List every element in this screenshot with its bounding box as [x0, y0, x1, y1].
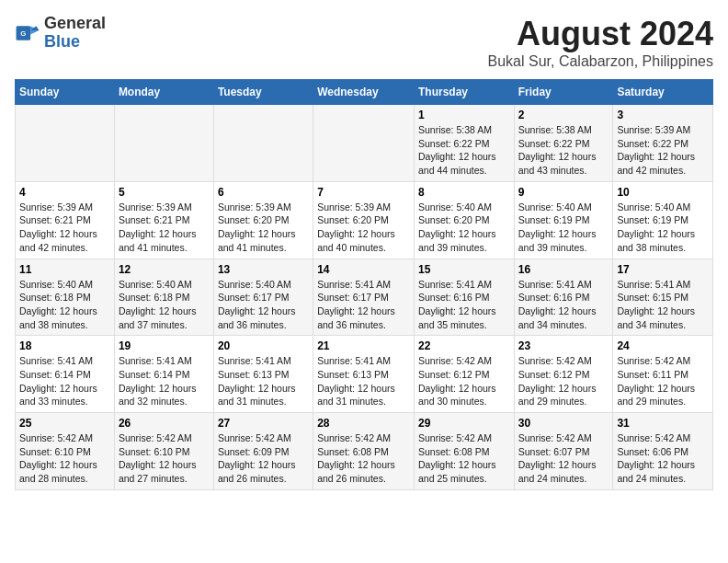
day-number: 28 — [317, 417, 410, 430]
calendar-cell: 25Sunrise: 5:42 AM Sunset: 6:10 PM Dayli… — [16, 413, 115, 490]
day-info: Sunrise: 5:40 AM Sunset: 6:18 PM Dayligh… — [19, 278, 110, 332]
header-row: SundayMondayTuesdayWednesdayThursdayFrid… — [16, 80, 713, 105]
day-number: 16 — [518, 263, 609, 276]
day-number: 6 — [218, 186, 309, 199]
calendar-cell: 2Sunrise: 5:38 AM Sunset: 6:22 PM Daylig… — [514, 105, 613, 182]
calendar-cell: 14Sunrise: 5:41 AM Sunset: 6:17 PM Dayli… — [313, 259, 415, 336]
day-info: Sunrise: 5:40 AM Sunset: 6:17 PM Dayligh… — [218, 278, 309, 332]
day-info: Sunrise: 5:41 AM Sunset: 6:17 PM Dayligh… — [317, 278, 410, 332]
subtitle: Bukal Sur, Calabarzon, Philippines — [488, 53, 713, 70]
calendar-cell: 17Sunrise: 5:41 AM Sunset: 6:15 PM Dayli… — [613, 259, 713, 336]
day-number: 24 — [617, 339, 709, 352]
day-number: 19 — [119, 339, 210, 352]
calendar-cell: 11Sunrise: 5:40 AM Sunset: 6:18 PM Dayli… — [16, 259, 115, 336]
day-info: Sunrise: 5:39 AM Sunset: 6:21 PM Dayligh… — [119, 201, 210, 255]
header-day-tuesday: Tuesday — [213, 80, 313, 105]
day-info: Sunrise: 5:42 AM Sunset: 6:10 PM Dayligh… — [119, 431, 210, 486]
day-number: 25 — [19, 417, 110, 430]
day-number: 15 — [418, 263, 510, 276]
calendar-cell: 31Sunrise: 5:42 AM Sunset: 6:06 PM Dayli… — [613, 413, 713, 490]
day-info: Sunrise: 5:38 AM Sunset: 6:22 PM Dayligh… — [518, 123, 609, 178]
calendar-cell: 29Sunrise: 5:42 AM Sunset: 6:08 PM Dayli… — [414, 413, 514, 490]
calendar-cell — [114, 105, 213, 182]
day-info: Sunrise: 5:42 AM Sunset: 6:10 PM Dayligh… — [19, 431, 110, 486]
calendar-cell: 10Sunrise: 5:40 AM Sunset: 6:19 PM Dayli… — [613, 181, 713, 259]
day-info: Sunrise: 5:40 AM Sunset: 6:19 PM Dayligh… — [518, 201, 609, 255]
day-info: Sunrise: 5:40 AM Sunset: 6:18 PM Dayligh… — [119, 278, 210, 332]
day-number: 17 — [617, 263, 709, 276]
calendar-cell: 4Sunrise: 5:39 AM Sunset: 6:21 PM Daylig… — [16, 181, 115, 259]
day-number: 30 — [518, 417, 609, 430]
day-info: Sunrise: 5:39 AM Sunset: 6:21 PM Dayligh… — [19, 201, 110, 255]
day-info: Sunrise: 5:38 AM Sunset: 6:22 PM Dayligh… — [418, 123, 510, 178]
svg-text:G: G — [20, 29, 26, 38]
logo-blue: Blue — [44, 32, 80, 51]
day-info: Sunrise: 5:39 AM Sunset: 6:20 PM Dayligh… — [218, 201, 309, 255]
calendar-cell — [16, 105, 115, 182]
main-title: August 2024 — [488, 15, 713, 53]
day-info: Sunrise: 5:42 AM Sunset: 6:08 PM Dayligh… — [418, 431, 510, 486]
calendar-cell: 6Sunrise: 5:39 AM Sunset: 6:20 PM Daylig… — [213, 181, 313, 259]
calendar-cell: 23Sunrise: 5:42 AM Sunset: 6:12 PM Dayli… — [514, 336, 613, 413]
day-number: 29 — [418, 417, 510, 430]
day-info: Sunrise: 5:40 AM Sunset: 6:19 PM Dayligh… — [617, 201, 709, 255]
calendar-cell: 18Sunrise: 5:41 AM Sunset: 6:14 PM Dayli… — [16, 336, 115, 413]
header-day-wednesday: Wednesday — [313, 80, 415, 105]
day-info: Sunrise: 5:41 AM Sunset: 6:15 PM Dayligh… — [617, 278, 709, 332]
logo-text: General Blue — [44, 15, 106, 52]
day-number: 23 — [518, 339, 609, 352]
day-number: 11 — [19, 263, 110, 276]
day-number: 14 — [317, 263, 410, 276]
day-info: Sunrise: 5:39 AM Sunset: 6:22 PM Dayligh… — [617, 123, 709, 178]
day-number: 3 — [617, 109, 709, 121]
day-info: Sunrise: 5:42 AM Sunset: 6:08 PM Dayligh… — [317, 431, 410, 486]
header-day-sunday: Sunday — [16, 80, 115, 105]
header-day-thursday: Thursday — [414, 80, 514, 105]
day-info: Sunrise: 5:41 AM Sunset: 6:14 PM Dayligh… — [119, 354, 210, 408]
calendar-cell: 24Sunrise: 5:42 AM Sunset: 6:11 PM Dayli… — [613, 336, 713, 413]
day-number: 27 — [218, 417, 309, 430]
day-info: Sunrise: 5:41 AM Sunset: 6:14 PM Dayligh… — [19, 354, 110, 408]
day-number: 18 — [19, 339, 110, 352]
page-header: G General Blue August 2024 Bukal Sur, Ca… — [15, 15, 713, 70]
day-info: Sunrise: 5:42 AM Sunset: 6:06 PM Dayligh… — [617, 431, 709, 486]
calendar-cell — [313, 105, 415, 182]
day-number: 1 — [418, 109, 510, 121]
calendar-cell: 15Sunrise: 5:41 AM Sunset: 6:16 PM Dayli… — [414, 259, 514, 336]
day-number: 21 — [317, 339, 410, 352]
calendar-table: SundayMondayTuesdayWednesdayThursdayFrid… — [15, 79, 713, 490]
day-number: 9 — [518, 186, 609, 199]
day-info: Sunrise: 5:42 AM Sunset: 6:09 PM Dayligh… — [218, 431, 309, 486]
day-info: Sunrise: 5:42 AM Sunset: 6:11 PM Dayligh… — [617, 354, 709, 408]
day-info: Sunrise: 5:40 AM Sunset: 6:20 PM Dayligh… — [418, 201, 510, 255]
day-number: 31 — [617, 417, 709, 430]
day-number: 5 — [119, 186, 210, 199]
calendar-cell: 21Sunrise: 5:41 AM Sunset: 6:13 PM Dayli… — [313, 336, 415, 413]
calendar-cell: 1Sunrise: 5:38 AM Sunset: 6:22 PM Daylig… — [414, 105, 514, 182]
calendar-cell: 19Sunrise: 5:41 AM Sunset: 6:14 PM Dayli… — [114, 336, 213, 413]
day-number: 13 — [218, 263, 309, 276]
calendar-cell: 20Sunrise: 5:41 AM Sunset: 6:13 PM Dayli… — [213, 336, 313, 413]
day-number: 12 — [119, 263, 210, 276]
calendar-cell — [213, 105, 313, 182]
calendar-cell: 13Sunrise: 5:40 AM Sunset: 6:17 PM Dayli… — [213, 259, 313, 336]
header-day-saturday: Saturday — [613, 80, 713, 105]
day-info: Sunrise: 5:42 AM Sunset: 6:12 PM Dayligh… — [518, 354, 609, 408]
calendar-cell: 8Sunrise: 5:40 AM Sunset: 6:20 PM Daylig… — [414, 181, 514, 259]
calendar-cell: 5Sunrise: 5:39 AM Sunset: 6:21 PM Daylig… — [114, 181, 213, 259]
header-day-friday: Friday — [514, 80, 613, 105]
header-day-monday: Monday — [114, 80, 213, 105]
day-number: 7 — [317, 186, 410, 199]
day-info: Sunrise: 5:41 AM Sunset: 6:16 PM Dayligh… — [518, 278, 609, 332]
calendar-cell: 9Sunrise: 5:40 AM Sunset: 6:19 PM Daylig… — [514, 181, 613, 259]
calendar-cell: 7Sunrise: 5:39 AM Sunset: 6:20 PM Daylig… — [313, 181, 415, 259]
day-number: 2 — [518, 109, 609, 121]
day-info: Sunrise: 5:41 AM Sunset: 6:13 PM Dayligh… — [317, 354, 410, 408]
day-info: Sunrise: 5:41 AM Sunset: 6:13 PM Dayligh… — [218, 354, 309, 408]
logo-icon: G — [15, 20, 40, 46]
calendar-cell: 3Sunrise: 5:39 AM Sunset: 6:22 PM Daylig… — [613, 105, 713, 182]
week-row-3: 11Sunrise: 5:40 AM Sunset: 6:18 PM Dayli… — [16, 259, 713, 336]
day-info: Sunrise: 5:41 AM Sunset: 6:16 PM Dayligh… — [418, 278, 510, 332]
week-row-2: 4Sunrise: 5:39 AM Sunset: 6:21 PM Daylig… — [16, 181, 713, 259]
day-number: 8 — [418, 186, 510, 199]
